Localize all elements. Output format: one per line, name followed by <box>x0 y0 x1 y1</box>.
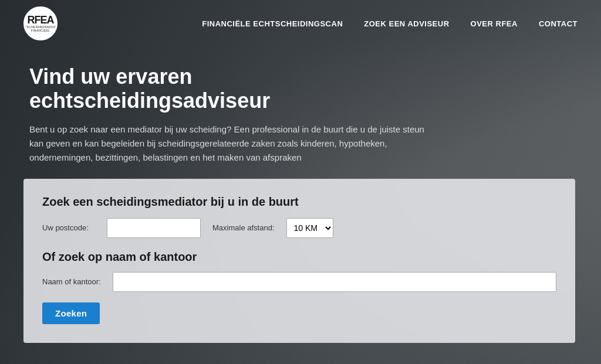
distance-label: Maximale afstand: <box>212 223 275 232</box>
nav-link-over[interactable]: OVER RFEA <box>471 19 518 28</box>
hero-title: Vind uw ervaren echtscheidingsadviseur <box>29 64 428 113</box>
divider <box>42 244 556 244</box>
hero-content: Vind uw ervaren echtscheidingsadviseur B… <box>0 47 458 165</box>
nav-item-zoek[interactable]: ZOEK EEN ADVISEUR <box>364 18 449 29</box>
search-button[interactable]: Zoeken <box>42 302 100 324</box>
nav-menu: FINANCIËLE ECHTSCHEIDINGSCAN ZOEK EEN AD… <box>202 18 578 29</box>
nav-item-over[interactable]: OVER RFEA <box>471 18 518 29</box>
logo-subtext: ECHTSCHEIDINGSADVISEURFINANCIEEL <box>23 25 58 32</box>
nav-link-contact[interactable]: CONTACT <box>539 19 578 28</box>
name-row: Naam of kantoor: <box>42 272 556 292</box>
name-input[interactable] <box>113 272 556 292</box>
nav-item-scan[interactable]: FINANCIËLE ECHTSCHEIDINGSCAN <box>202 18 343 29</box>
nav-link-scan[interactable]: FINANCIËLE ECHTSCHEIDINGSCAN <box>202 19 343 28</box>
logo-text: RFEA <box>28 15 54 25</box>
distance-select[interactable]: 10 KM 20 KM 30 KM 50 KM <box>286 218 333 238</box>
search-section2-title: Of zoek op naam of kantoor <box>42 250 556 264</box>
search-section1-title: Zoek een scheidingsmediator bij u in de … <box>42 195 556 209</box>
logo-circle: RFEA ECHTSCHEIDINGSADVISEURFINANCIEEL <box>23 6 58 40</box>
nav-item-contact[interactable]: CONTACT <box>539 18 578 29</box>
hero-subtitle: Bent u op zoek naar een mediator bij uw … <box>29 123 428 165</box>
postcode-label: Uw postcode: <box>42 223 95 232</box>
name-label: Naam of kantoor: <box>42 277 101 286</box>
logo[interactable]: RFEA ECHTSCHEIDINGSADVISEURFINANCIEEL <box>23 6 58 40</box>
nav-link-zoek[interactable]: ZOEK EEN ADVISEUR <box>364 19 449 28</box>
postcode-row: Uw postcode: Maximale afstand: 10 KM 20 … <box>42 218 556 238</box>
search-card: Zoek een scheidingsmediator bij u in de … <box>23 179 575 343</box>
postcode-input[interactable] <box>107 218 201 238</box>
navbar: RFEA ECHTSCHEIDINGSADVISEURFINANCIEEL FI… <box>0 0 601 47</box>
